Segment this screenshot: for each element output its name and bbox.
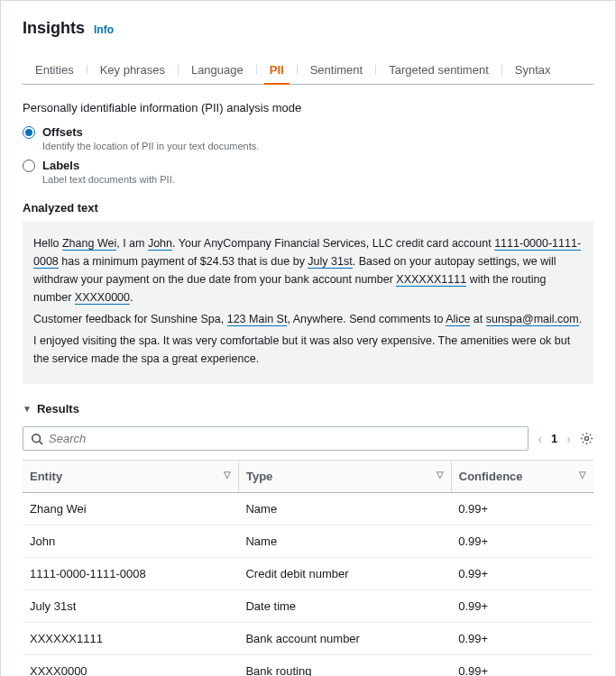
next-page-icon[interactable]: › (566, 432, 571, 446)
gear-icon[interactable] (580, 432, 593, 445)
pii-name: Zhang Wei (62, 237, 116, 251)
pii-bank-account: XXXXXX1111 (396, 273, 466, 287)
tab-targeted-sentiment[interactable]: Targeted sentiment (376, 56, 501, 84)
sort-icon: ▽ (224, 470, 231, 480)
analyzed-paragraph-1: Hello Zhang Wei, I am John. Your AnyComp… (33, 234, 583, 306)
tab-syntax[interactable]: Syntax (502, 56, 564, 84)
radio-labels[interactable] (23, 160, 35, 172)
radio-labels-label: Labels (42, 159, 175, 172)
cell-confidence: 0.99+ (451, 558, 593, 590)
cell-confidence: 0.99+ (451, 655, 593, 677)
page-number: 1 (551, 432, 557, 445)
panel-header: Insights Info (23, 19, 593, 38)
table-row: XXXXXX1111Bank account number0.99+ (23, 623, 593, 655)
search-box[interactable] (23, 426, 529, 451)
results-toolbar: ‹ 1 › (23, 426, 593, 451)
pii-name: Alice (446, 313, 470, 326)
cell-entity: Zhang Wei (23, 493, 238, 525)
cell-entity: John (23, 525, 238, 558)
insights-panel: Insights Info Entities Key phrases Langu… (0, 0, 616, 676)
tab-key-phrases[interactable]: Key phrases (87, 56, 178, 84)
cell-confidence: 0.99+ (451, 623, 593, 655)
table-row: 1111-0000-1111-0008Credit debit number0.… (23, 558, 593, 590)
radio-offsets[interactable] (23, 126, 35, 139)
cell-type: Name (238, 525, 451, 558)
table-row: July 31stDate time0.99+ (23, 590, 593, 623)
cell-entity: XXXX0000 (23, 655, 238, 677)
info-link[interactable]: Info (94, 23, 114, 36)
table-row: XXXX0000Bank routing0.99+ (23, 655, 593, 677)
radio-labels-desc: Label text documents with PII. (42, 174, 175, 185)
pii-address: 123 Main St (227, 313, 288, 326)
tabs-bar: Entities Key phrases Language PII Sentim… (23, 56, 593, 85)
search-input[interactable] (49, 432, 520, 445)
analysis-mode-group: Offsets Identify the location of PII in … (23, 125, 593, 185)
search-icon (31, 433, 43, 445)
tab-sentiment[interactable]: Sentiment (298, 56, 376, 84)
cell-type: Bank routing (238, 655, 451, 677)
svg-line-1 (40, 441, 43, 444)
tab-entities[interactable]: Entities (23, 56, 87, 84)
sort-icon: ▽ (437, 470, 444, 480)
pii-name: John (148, 237, 172, 251)
radio-labels-row[interactable]: Labels Label text documents with PII. (23, 159, 593, 185)
col-type[interactable]: Type▽ (238, 461, 451, 493)
results-table: Entity▽ Type▽ Confidence▽ Zhang WeiName0… (23, 460, 593, 676)
table-row: JohnName0.99+ (23, 525, 593, 558)
analyzed-paragraph-2: Customer feedback for Sunshine Spa, 123 … (33, 310, 583, 328)
cell-type: Bank account number (238, 623, 451, 655)
analyzed-text-label: Analyzed text (23, 201, 593, 215)
prev-page-icon[interactable]: ‹ (538, 432, 542, 446)
cell-confidence: 0.99+ (451, 590, 593, 623)
cell-confidence: 0.99+ (451, 493, 593, 525)
analyzed-paragraph-3: I enjoyed visiting the spa. It was very … (33, 332, 583, 368)
col-entity[interactable]: Entity▽ (23, 461, 238, 493)
pii-date: July 31st (308, 255, 352, 269)
cell-type: Date time (238, 590, 451, 623)
tab-pii[interactable]: PII (257, 56, 297, 84)
pii-email: sunspa@mail.com (486, 313, 579, 326)
pagination: ‹ 1 › (538, 432, 571, 446)
svg-point-2 (584, 436, 588, 440)
radio-offsets-label: Offsets (42, 125, 259, 139)
cell-entity: 1111-0000-1111-0008 (23, 558, 238, 590)
analyzed-text-box: Hello Zhang Wei, I am John. Your AnyComp… (23, 222, 593, 384)
radio-offsets-row[interactable]: Offsets Identify the location of PII in … (23, 125, 593, 151)
cell-type: Credit debit number (238, 558, 451, 590)
cell-entity: July 31st (23, 590, 238, 623)
table-header-row: Entity▽ Type▽ Confidence▽ (23, 461, 593, 493)
analysis-mode-label: Personally identifiable information (PII… (23, 101, 593, 114)
sort-icon: ▽ (579, 470, 586, 480)
radio-offsets-desc: Identify the location of PII in your tex… (42, 141, 259, 151)
col-confidence[interactable]: Confidence▽ (451, 461, 593, 493)
table-row: Zhang WeiName0.99+ (23, 493, 593, 525)
results-label: Results (37, 402, 79, 416)
results-expander[interactable]: ▼ Results (23, 402, 593, 416)
cell-entity: XXXXXX1111 (23, 623, 238, 655)
pii-routing: XXXX0000 (75, 291, 130, 305)
tab-language[interactable]: Language (179, 56, 256, 84)
chevron-down-icon: ▼ (23, 404, 32, 414)
panel-title: Insights (23, 19, 85, 38)
svg-point-0 (32, 434, 41, 442)
cell-type: Name (238, 493, 451, 525)
cell-confidence: 0.99+ (451, 525, 593, 558)
